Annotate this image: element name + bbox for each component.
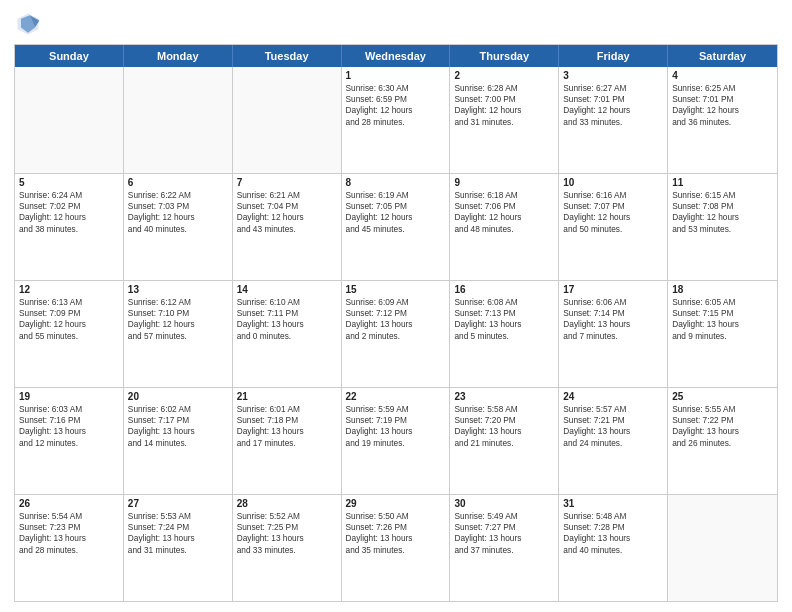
cell-line: Sunset: 7:06 PM (454, 201, 554, 212)
day-cell-27: 27Sunrise: 5:53 AMSunset: 7:24 PMDayligh… (124, 495, 233, 601)
calendar-row-3: 12Sunrise: 6:13 AMSunset: 7:09 PMDayligh… (15, 280, 777, 387)
empty-cell-r0c0 (15, 67, 124, 173)
weekday-header-monday: Monday (124, 45, 233, 67)
cell-line: Daylight: 12 hours (346, 212, 446, 223)
calendar-row-4: 19Sunrise: 6:03 AMSunset: 7:16 PMDayligh… (15, 387, 777, 494)
cell-line: Sunrise: 6:02 AM (128, 404, 228, 415)
cell-line: Sunset: 7:04 PM (237, 201, 337, 212)
cell-line: and 2 minutes. (346, 331, 446, 342)
cell-line: Daylight: 13 hours (19, 533, 119, 544)
cell-line: Daylight: 12 hours (454, 212, 554, 223)
weekday-header-tuesday: Tuesday (233, 45, 342, 67)
day-cell-14: 14Sunrise: 6:10 AMSunset: 7:11 PMDayligh… (233, 281, 342, 387)
day-number: 26 (19, 498, 119, 509)
cell-line: Sunset: 7:27 PM (454, 522, 554, 533)
cell-line: Sunrise: 6:21 AM (237, 190, 337, 201)
cell-line: Sunset: 7:15 PM (672, 308, 773, 319)
day-number: 6 (128, 177, 228, 188)
cell-line: Daylight: 13 hours (346, 426, 446, 437)
day-number: 25 (672, 391, 773, 402)
cell-line: Sunset: 7:23 PM (19, 522, 119, 533)
weekday-header-sunday: Sunday (15, 45, 124, 67)
cell-line: Sunrise: 6:18 AM (454, 190, 554, 201)
day-cell-26: 26Sunrise: 5:54 AMSunset: 7:23 PMDayligh… (15, 495, 124, 601)
cell-line: Sunrise: 6:13 AM (19, 297, 119, 308)
day-number: 23 (454, 391, 554, 402)
cell-line: and 40 minutes. (563, 545, 663, 556)
cell-line: Daylight: 12 hours (19, 319, 119, 330)
cell-line: Sunrise: 6:22 AM (128, 190, 228, 201)
cell-line: Sunrise: 6:30 AM (346, 83, 446, 94)
cell-line: Sunrise: 6:16 AM (563, 190, 663, 201)
cell-line: Sunrise: 5:57 AM (563, 404, 663, 415)
cell-line: and 45 minutes. (346, 224, 446, 235)
cell-line: and 5 minutes. (454, 331, 554, 342)
cell-line: and 26 minutes. (672, 438, 773, 449)
cell-line: and 57 minutes. (128, 331, 228, 342)
day-cell-15: 15Sunrise: 6:09 AMSunset: 7:12 PMDayligh… (342, 281, 451, 387)
day-cell-1: 1Sunrise: 6:30 AMSunset: 6:59 PMDaylight… (342, 67, 451, 173)
cell-line: Daylight: 13 hours (563, 533, 663, 544)
cell-line: Sunset: 7:17 PM (128, 415, 228, 426)
day-cell-13: 13Sunrise: 6:12 AMSunset: 7:10 PMDayligh… (124, 281, 233, 387)
day-number: 11 (672, 177, 773, 188)
cell-line: and 12 minutes. (19, 438, 119, 449)
weekday-header-saturday: Saturday (668, 45, 777, 67)
day-cell-24: 24Sunrise: 5:57 AMSunset: 7:21 PMDayligh… (559, 388, 668, 494)
day-cell-20: 20Sunrise: 6:02 AMSunset: 7:17 PMDayligh… (124, 388, 233, 494)
day-number: 27 (128, 498, 228, 509)
cell-line: Sunrise: 5:58 AM (454, 404, 554, 415)
cell-line: Sunrise: 6:06 AM (563, 297, 663, 308)
cell-line: Sunset: 7:01 PM (672, 94, 773, 105)
day-cell-6: 6Sunrise: 6:22 AMSunset: 7:03 PMDaylight… (124, 174, 233, 280)
empty-cell-r0c1 (124, 67, 233, 173)
calendar: SundayMondayTuesdayWednesdayThursdayFrid… (14, 44, 778, 602)
cell-line: Daylight: 12 hours (563, 105, 663, 116)
cell-line: Sunrise: 5:48 AM (563, 511, 663, 522)
weekday-header-wednesday: Wednesday (342, 45, 451, 67)
cell-line: Daylight: 13 hours (454, 319, 554, 330)
cell-line: Sunrise: 6:03 AM (19, 404, 119, 415)
cell-line: Sunrise: 5:54 AM (19, 511, 119, 522)
cell-line: and 36 minutes. (672, 117, 773, 128)
cell-line: Sunrise: 6:01 AM (237, 404, 337, 415)
cell-line: Daylight: 13 hours (672, 319, 773, 330)
cell-line: Sunset: 7:24 PM (128, 522, 228, 533)
cell-line: and 40 minutes. (128, 224, 228, 235)
cell-line: Daylight: 12 hours (672, 105, 773, 116)
cell-line: Sunrise: 6:24 AM (19, 190, 119, 201)
cell-line: Daylight: 12 hours (128, 319, 228, 330)
cell-line: and 0 minutes. (237, 331, 337, 342)
cell-line: and 55 minutes. (19, 331, 119, 342)
cell-line: and 17 minutes. (237, 438, 337, 449)
cell-line: Sunrise: 5:53 AM (128, 511, 228, 522)
day-number: 12 (19, 284, 119, 295)
day-number: 7 (237, 177, 337, 188)
day-number: 20 (128, 391, 228, 402)
cell-line: Sunset: 7:28 PM (563, 522, 663, 533)
cell-line: Sunset: 7:10 PM (128, 308, 228, 319)
calendar-row-1: 1Sunrise: 6:30 AMSunset: 6:59 PMDaylight… (15, 67, 777, 173)
calendar-body: 1Sunrise: 6:30 AMSunset: 6:59 PMDaylight… (15, 67, 777, 601)
day-number: 22 (346, 391, 446, 402)
day-number: 29 (346, 498, 446, 509)
cell-line: Sunset: 7:22 PM (672, 415, 773, 426)
cell-line: Sunset: 7:00 PM (454, 94, 554, 105)
cell-line: Sunrise: 6:27 AM (563, 83, 663, 94)
cell-line: Sunset: 7:13 PM (454, 308, 554, 319)
cell-line: and 19 minutes. (346, 438, 446, 449)
cell-line: and 24 minutes. (563, 438, 663, 449)
cell-line: Sunset: 7:07 PM (563, 201, 663, 212)
cell-line: and 9 minutes. (672, 331, 773, 342)
cell-line: Daylight: 13 hours (128, 426, 228, 437)
cell-line: Sunset: 7:20 PM (454, 415, 554, 426)
day-number: 19 (19, 391, 119, 402)
cell-line: Sunset: 7:21 PM (563, 415, 663, 426)
day-number: 24 (563, 391, 663, 402)
cell-line: Sunrise: 6:15 AM (672, 190, 773, 201)
day-number: 2 (454, 70, 554, 81)
cell-line: and 31 minutes. (454, 117, 554, 128)
cell-line: Sunrise: 6:25 AM (672, 83, 773, 94)
cell-line: Daylight: 13 hours (454, 426, 554, 437)
cell-line: Sunrise: 6:19 AM (346, 190, 446, 201)
